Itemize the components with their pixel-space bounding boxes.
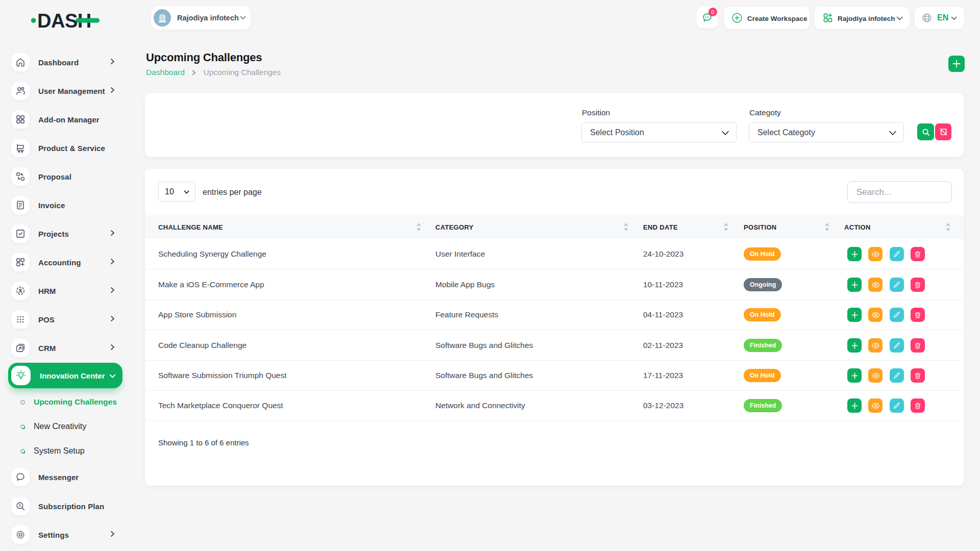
svg-text:$: $ bbox=[19, 503, 21, 508]
